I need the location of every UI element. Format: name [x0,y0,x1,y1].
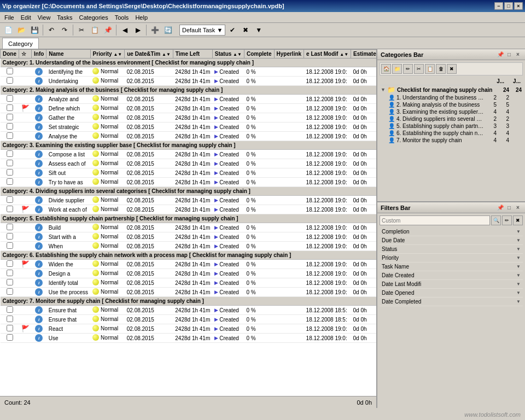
tree-btn-1[interactable]: 🏠 [381,64,391,74]
open-button[interactable]: 📂 [15,24,27,36]
done-checkbox[interactable] [7,150,13,157]
add-button[interactable]: ➕ [149,24,161,36]
filter-item[interactable]: Status ▼ [380,245,523,254]
done-checkbox[interactable] [7,242,13,249]
tree-child-item[interactable]: 👤 1. Understanding of the business envir… [380,94,523,101]
filter-dropdown-arrow[interactable]: ▼ [516,247,521,252]
task-type-dropdown[interactable]: Default Task ▼ [179,25,225,36]
back-button[interactable]: ◀ [119,24,131,36]
done-checkbox[interactable] [7,169,13,176]
filter-item[interactable]: Date Created ▼ [380,271,523,280]
col-duedate[interactable]: ue Date&Tim ▲▼ [125,50,173,59]
done-checkbox[interactable] [7,114,13,120]
done-checkbox[interactable] [7,123,13,130]
tree-btn-4[interactable]: ✂ [414,64,424,74]
menu-item-categories[interactable]: Categories [75,13,111,22]
tree-btn-2[interactable]: 📁 [392,64,402,74]
tree-child-item[interactable]: 👤 2. Making analysis of the business 5 5 [380,101,523,108]
filter-bar-close[interactable]: × [514,204,522,212]
filter-dropdown-arrow[interactable]: ▼ [516,282,521,287]
filter-dropdown-arrow[interactable]: ▼ [516,229,521,234]
tree-child-item[interactable]: 👤 5. Establishing supply chain partnersh… [380,122,523,130]
paste-button[interactable]: 📌 [102,24,114,36]
minimize-button[interactable]: − [494,2,503,10]
filter-item[interactable]: Due Date ▼ [380,236,523,245]
filter-bar-pin[interactable]: 📌 [497,204,504,212]
done-checkbox[interactable] [7,77,13,84]
new-button[interactable]: 📄 [2,24,14,36]
done-checkbox[interactable] [7,206,13,212]
filter-dropdown-arrow[interactable]: ▼ [516,264,521,269]
filter-dropdown-arrow[interactable]: ▼ [516,238,521,243]
filter-item[interactable]: Date Opened ▼ [380,289,523,298]
filter-item[interactable]: Priority ▼ [380,254,523,262]
filter-item[interactable]: Date Completed ▼ [380,298,523,306]
ok-button[interactable]: ✔ [226,24,238,36]
done-checkbox[interactable] [7,68,13,74]
cat-bar-close[interactable]: × [514,51,522,59]
done-checkbox[interactable] [7,224,13,230]
expand-icon[interactable]: ▼ [381,87,386,92]
menu-item-tools[interactable]: Tools [112,13,132,22]
cancel-button[interactable]: ✖ [240,24,252,36]
tree-btn-5[interactable]: 📋 [425,64,435,74]
tree-root-item[interactable]: ▼ 📁 Checklist for managing supply chain … [380,85,523,94]
forward-button[interactable]: ▶ [132,24,144,36]
tree-child-item[interactable]: 👤 6. Establishing the supply chain netwo… [380,130,523,137]
filter-search-input[interactable] [380,215,490,225]
filter-edit-btn[interactable]: ✏ [502,215,512,225]
cut-button[interactable]: ✂ [75,24,88,36]
save-button[interactable]: 💾 [28,24,40,36]
menu-item-file[interactable]: File [1,13,18,22]
category-tab[interactable]: Category [2,38,39,49]
done-checkbox[interactable] [7,270,13,276]
tree-child-item[interactable]: 👤 4. Dividing suppliers into several cat… [380,115,523,122]
done-checkbox[interactable] [7,288,13,295]
filter-dropdown-arrow[interactable]: ▼ [516,290,521,295]
filter-item[interactable]: Completion ▼ [380,228,523,236]
filter-item[interactable]: Task Name ▼ [380,262,523,271]
menu-item-tasks[interactable]: Tasks [54,13,75,22]
help-button[interactable]: ▼ [253,24,265,36]
filter-clear-btn[interactable]: ✖ [513,215,523,225]
filter-item[interactable]: Date Last Modifi ▼ [380,280,523,289]
done-checkbox[interactable] [7,306,13,313]
menu-item-view[interactable]: View [34,13,54,22]
maximize-button[interactable]: □ [504,2,513,10]
menu-item-edit[interactable]: Edit [18,13,34,22]
close-button[interactable]: × [514,2,523,10]
col-lastmodif[interactable]: e Last Modif ▲▼ [304,50,351,59]
done-checkbox[interactable] [7,104,13,111]
filter-dropdown-arrow[interactable]: ▼ [516,255,521,260]
task-table-scroll[interactable]: Done ☆ Info Name Priority ▲▼ ue Date&Tim… [0,49,376,396]
done-checkbox[interactable] [7,260,13,267]
tree-child-item[interactable]: 👤 3. Examining the existing supplier bas… [380,108,523,115]
done-checkbox[interactable] [7,160,13,166]
redo-button[interactable]: ↷ [59,24,71,36]
done-checkbox[interactable] [7,325,13,331]
undo-button[interactable]: ↶ [45,24,57,36]
done-checkbox[interactable] [7,316,13,322]
filter-dropdown-arrow[interactable]: ▼ [516,299,521,304]
done-checkbox[interactable] [7,279,13,285]
tree-child-item[interactable]: 👤 7. Monitor the supply chain 4 4 [380,137,523,144]
done-checkbox[interactable] [7,178,13,185]
tree-btn-6[interactable]: 🗑 [436,64,446,74]
done-checkbox[interactable] [7,334,13,341]
done-checkbox[interactable] [7,132,13,139]
cat-bar-float[interactable]: □ [505,51,513,59]
tree-btn-7[interactable]: ✖ [447,64,457,74]
menu-item-help[interactable]: Help [132,13,151,22]
filter-bar-float[interactable]: □ [505,204,513,212]
refresh-button[interactable]: 🔄 [162,24,174,36]
done-checkbox[interactable] [7,233,13,240]
col-priority[interactable]: Priority ▲▼ [90,50,125,59]
filter-search-btn[interactable]: 🔍 [491,215,501,225]
done-checkbox[interactable] [7,95,13,102]
tree-btn-3[interactable]: ✏ [403,64,413,74]
done-checkbox[interactable] [7,196,13,203]
cat-bar-pin[interactable]: 📌 [497,51,504,59]
col-status[interactable]: Status ▲▼ [212,50,244,59]
copy-button[interactable]: 📋 [89,24,101,36]
filter-dropdown-arrow[interactable]: ▼ [516,273,521,278]
